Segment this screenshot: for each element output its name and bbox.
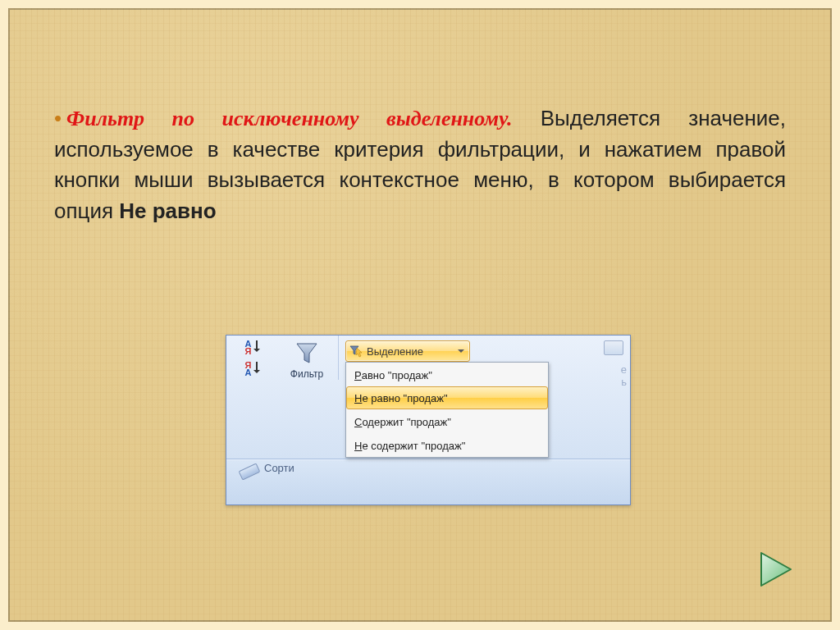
selection-button[interactable]: Выделение: [345, 340, 470, 362]
avatar-icon: [604, 340, 623, 355]
chevron-down-icon: [458, 349, 464, 356]
slide: •Фильтр по исключенному выделенному. Выд…: [0, 0, 840, 630]
title-run: •Фильтр по исключенному выделенному.: [54, 107, 513, 130]
play-icon: [753, 548, 796, 591]
menu-item-equals[interactable]: Равно "продаж": [346, 363, 548, 386]
arrow-down-icon: [254, 362, 260, 377]
section-label: Сорти: [264, 460, 294, 474]
selection-button-label: Выделение: [367, 345, 423, 358]
selection-icon: [349, 345, 363, 358]
funnel-icon[interactable]: [294, 340, 319, 365]
cropped-edge: е ь: [589, 340, 630, 390]
filter-label: Фильтр: [276, 368, 338, 380]
selection-dropdown: Равно "продаж" Не равно "продаж" Содержи…: [345, 362, 549, 458]
sort-group: АЯ ЯА: [226, 336, 276, 377]
next-slide-button[interactable]: [753, 548, 796, 591]
sort-asc-button[interactable]: АЯ: [245, 340, 261, 355]
menu-item-contains[interactable]: Содержит "продаж": [346, 409, 548, 433]
body-text: •Фильтр по исключенному выделенному. Выд…: [54, 103, 786, 227]
ribbon-top: АЯ ЯА: [226, 336, 630, 459]
ribbon-bottom: Сорти: [226, 459, 630, 504]
filter-group: Фильтр: [276, 336, 339, 380]
arrow-down-icon: [254, 340, 260, 355]
menu-item-not-equals[interactable]: Не равно "продаж": [346, 386, 548, 409]
menu-item-not-contains[interactable]: Не содержит "продаж": [346, 433, 548, 457]
bold-option: Не равно: [119, 199, 216, 223]
sort-desc-button[interactable]: ЯА: [245, 362, 261, 377]
ribbon-screenshot: АЯ ЯА: [226, 335, 631, 505]
